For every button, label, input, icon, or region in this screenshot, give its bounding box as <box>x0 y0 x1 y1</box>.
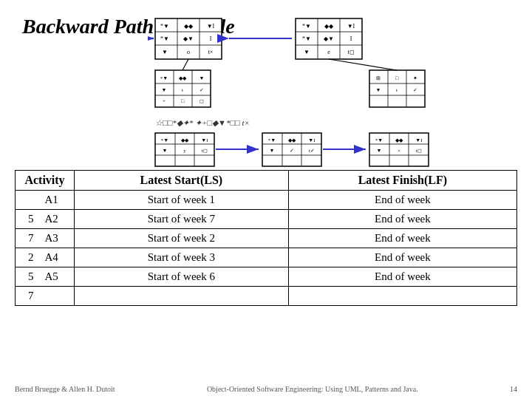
svg-line-94 <box>329 59 397 70</box>
svg-text:*▼: *▼ <box>302 35 311 42</box>
table-row: 5A5Start of week 6End of week <box>16 267 517 287</box>
row-activity: A2 <box>38 210 75 229</box>
row-number: 7 <box>16 287 38 306</box>
svg-text:◆▼: ◆▼ <box>324 35 334 42</box>
table-row: 7 <box>16 287 517 306</box>
svg-text:◆◆: ◆◆ <box>181 137 189 143</box>
col-header-lf: Latest Finish(LF) <box>288 171 516 191</box>
svg-text:*▼: *▼ <box>268 137 276 143</box>
row-number <box>16 191 38 210</box>
col-header-ls: Latest Start(LS) <box>75 171 289 191</box>
svg-text:▼: ▼ <box>304 49 310 55</box>
row-ls: Start of week 7 <box>75 210 289 229</box>
svg-text:⊞: ⊞ <box>376 75 381 81</box>
svg-text:▼I: ▼I <box>415 137 423 143</box>
svg-text:◆◆: ◆◆ <box>288 137 296 143</box>
row-ls: Start of week 3 <box>75 248 289 267</box>
svg-text:o: o <box>187 49 190 55</box>
svg-text:▼: ▼ <box>163 148 168 154</box>
row-number: 5 <box>16 210 38 229</box>
svg-text:◆◆: ◆◆ <box>179 75 187 81</box>
svg-text:×: × <box>398 148 400 154</box>
svg-text:*▼: *▼ <box>375 137 383 143</box>
svg-text:t×: t× <box>208 49 214 55</box>
row-lf: End of week <box>288 191 516 210</box>
svg-text:◻: ◻ <box>200 98 204 104</box>
svg-text:✓: ✓ <box>413 87 417 93</box>
slide: Backward Path Example *▼ <box>0 0 532 399</box>
svg-text:▼I: ▼I <box>347 23 355 30</box>
row-ls: Start of week 2 <box>75 229 289 248</box>
svg-text:▼I: ▼I <box>201 137 208 143</box>
svg-text:✓: ✓ <box>200 87 204 93</box>
svg-text:I: I <box>350 35 352 42</box>
activity-table: Activity Latest Start(LS) Latest Finish(… <box>15 170 517 306</box>
row-ls: Start of week 1 <box>75 191 289 210</box>
svg-text:e: e <box>327 49 330 55</box>
svg-text:▼: ▼ <box>162 87 167 93</box>
svg-text:☆□□*◆✦*  ✦+□◆▼*□□  t×: ☆□□*◆✦* ✦+□◆▼*□□ t× <box>155 118 250 127</box>
row-ls: Start of week 6 <box>75 267 289 287</box>
network-diagram: *▼ ◆◆ ▼I *▼ ◆▼ I ▼ o t× *▼ ◆◆ ▼I *▼ ◆▼ I… <box>148 11 517 170</box>
svg-text:t◻: t◻ <box>347 49 354 55</box>
svg-text:*▼: *▼ <box>160 75 168 81</box>
svg-text:▼: ▼ <box>200 75 205 81</box>
svg-text:◆◆: ◆◆ <box>324 23 334 30</box>
svg-text:t◻: t◻ <box>202 148 208 154</box>
svg-text:*▼: *▼ <box>160 23 169 30</box>
row-lf: End of week <box>288 229 516 248</box>
footer-right: 14 <box>510 385 517 393</box>
svg-line-93 <box>183 59 188 70</box>
svg-text:▼: ▼ <box>376 87 381 93</box>
svg-text:t✓: t✓ <box>309 148 315 154</box>
svg-text:t◻: t◻ <box>416 148 422 154</box>
svg-text:▼I: ▼I <box>207 23 215 30</box>
row-number: 2 <box>16 248 38 267</box>
row-activity: A4 <box>38 248 75 267</box>
row-ls <box>75 287 289 306</box>
row-lf: End of week <box>288 248 516 267</box>
col-header-activity: Activity <box>16 171 75 191</box>
svg-text:▼: ▼ <box>162 49 168 55</box>
row-lf: End of week <box>288 210 516 229</box>
svg-text:◆▼: ◆▼ <box>183 35 194 42</box>
row-number: 5 <box>16 267 38 287</box>
table-row: 7A3Start of week 2End of week <box>16 229 517 248</box>
data-table: Activity Latest Start(LS) Latest Finish(… <box>15 170 517 306</box>
footer-left: Bernd Bruegge & Allen H. Dutoit <box>15 385 115 393</box>
svg-text:t: t <box>396 87 398 93</box>
svg-text:y: y <box>183 148 186 154</box>
svg-text:I: I <box>210 35 212 42</box>
svg-text:*▼: *▼ <box>161 137 168 143</box>
row-activity: A1 <box>38 191 75 210</box>
row-activity <box>38 287 75 306</box>
row-lf <box>288 287 516 306</box>
svg-text:▼I: ▼I <box>308 137 316 143</box>
svg-text:*▼: *▼ <box>302 23 311 30</box>
svg-text:▼: ▼ <box>270 148 275 154</box>
svg-text:t: t <box>182 87 183 93</box>
footer: Bernd Bruegge & Allen H. Dutoit Object-O… <box>15 385 517 393</box>
svg-text:◆◆: ◆◆ <box>184 23 194 30</box>
row-lf: End of week <box>288 267 516 287</box>
svg-text:+: + <box>163 98 166 104</box>
table-row: A1Start of week 1End of week <box>16 191 517 210</box>
row-activity: A5 <box>38 267 75 287</box>
table-row: 2A4Start of week 3End of week <box>16 248 517 267</box>
svg-text:◆◆: ◆◆ <box>395 137 403 143</box>
row-number: 7 <box>16 229 38 248</box>
diagram-area: *▼ ◆◆ ▼I *▼ ◆▼ I ▼ o t× *▼ ◆◆ ▼I *▼ ◆▼ I… <box>148 11 517 170</box>
svg-text:▼: ▼ <box>377 148 382 154</box>
svg-text:✦: ✦ <box>413 75 417 81</box>
svg-text:*▼: *▼ <box>160 35 169 42</box>
svg-text:✓: ✓ <box>290 148 294 154</box>
row-activity: A3 <box>38 229 75 248</box>
table-row: 5A2Start of week 7End of week <box>16 210 517 229</box>
footer-center: Object-Oriented Software Engineering: Us… <box>207 385 418 393</box>
